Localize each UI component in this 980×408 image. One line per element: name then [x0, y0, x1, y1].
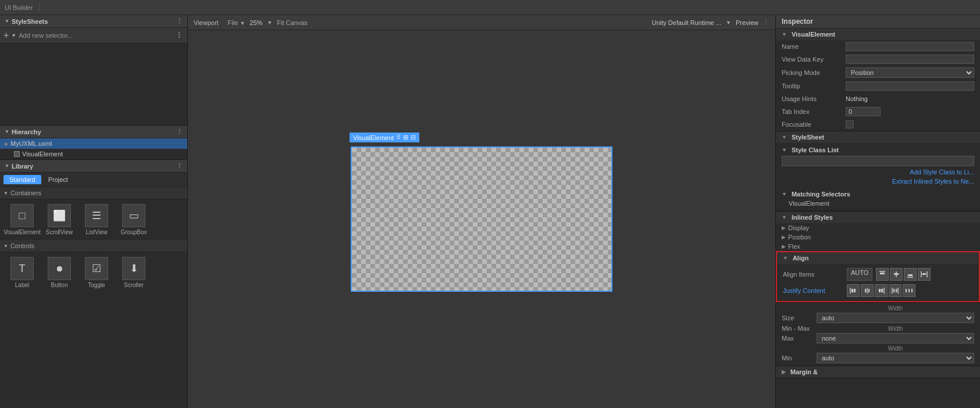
library-item-toggle[interactable]: ☑ Toggle: [79, 257, 114, 288]
add-icon[interactable]: +: [3, 30, 9, 41]
margin-arrow: ▶: [782, 369, 786, 375]
hierarchy-header: ▼ Hierarchy ⋮: [0, 126, 187, 138]
min-header-row: Width: [782, 345, 974, 352]
stylesheets-header: ▼ StyleSheets ⋮: [0, 15, 187, 28]
tab-index-input[interactable]: [846, 107, 881, 116]
scroller-icon: ⬇: [122, 257, 145, 280]
align-items-flex-end[interactable]: [904, 268, 917, 281]
size-label: Size: [782, 314, 817, 321]
svg-rect-16: [865, 289, 866, 292]
library-item-visual-element[interactable]: □ VisualElement: [5, 204, 40, 235]
margin-label: Margin &: [790, 368, 818, 375]
stylesheet-section: ▼ StyleSheet ▼ Style Class List Add Styl…: [776, 131, 980, 212]
hierarchy-menu[interactable]: ⋮: [176, 128, 183, 135]
hierarchy-item-visual-element[interactable]: VisualElement: [0, 149, 187, 159]
canvas-move-icon[interactable]: ⊞: [403, 134, 408, 141]
stylesheets-menu[interactable]: ⋮: [176, 17, 183, 25]
view-data-key-row: View Data Key: [776, 53, 980, 66]
flex-label: Flex: [788, 243, 800, 250]
align-items-buttons: AUTO: [847, 268, 931, 281]
preview-btn[interactable]: Preview: [736, 19, 758, 26]
justify-content-buttons: [847, 284, 915, 297]
library-item-scrollview[interactable]: ⬜ ScrollView: [42, 204, 77, 235]
controls-label: Controls: [10, 242, 34, 249]
align-section-header[interactable]: ▼ Align: [777, 252, 979, 264]
canvas-anchor-icon[interactable]: ⊟: [411, 134, 416, 141]
library-item-groupbox[interactable]: ▭ GroupBox: [116, 204, 151, 235]
hierarchy-title: Hierarchy: [12, 128, 41, 135]
flex-row[interactable]: ▶ Flex: [776, 242, 980, 251]
dropdown-arrow[interactable]: ▼: [11, 33, 16, 38]
zoom-dropdown[interactable]: ▼: [267, 20, 272, 26]
add-style-class-button[interactable]: Add Style Class to Li...: [782, 167, 974, 177]
justify-flex-end[interactable]: [875, 284, 888, 297]
justify-center[interactable]: [861, 284, 874, 297]
ss-arrow: ▼: [782, 134, 787, 140]
max-select[interactable]: none px: [817, 333, 974, 343]
svg-rect-13: [851, 289, 853, 292]
library-item-label[interactable]: T Label: [5, 257, 40, 288]
view-data-key-input[interactable]: [846, 55, 974, 64]
justify-flex-start[interactable]: [847, 284, 860, 297]
visual-element-section-header[interactable]: ▼ VisualElement: [776, 28, 980, 40]
viewport-toolbar: Viewport File ▼ 25% ▼ Fit Canvas Unity D…: [188, 15, 775, 30]
focusable-row: Focusable: [776, 118, 980, 131]
tooltip-label: Tooltip: [782, 83, 846, 90]
size-row: Size auto px %: [782, 313, 974, 323]
align-items-stretch[interactable]: [918, 268, 931, 281]
extract-inlined-styles-button[interactable]: Extract Inlined Styles to Ne...: [782, 177, 974, 186]
svg-rect-17: [868, 289, 869, 292]
scl-arrow: ▼: [782, 147, 787, 153]
justify-space-around[interactable]: [903, 284, 915, 297]
display-row[interactable]: ▶ Display: [776, 223, 980, 232]
justify-space-between[interactable]: [889, 284, 901, 297]
focusable-checkbox[interactable]: [846, 120, 854, 128]
containers-section-header[interactable]: ▼ Containers: [0, 187, 187, 199]
inlined-styles-header[interactable]: ▼ Inlined Styles: [776, 212, 980, 223]
library-title: Library: [12, 163, 33, 170]
position-row[interactable]: ▶ Position: [776, 232, 980, 242]
width-col-header3: Width: [817, 345, 974, 352]
library-menu[interactable]: ⋮: [176, 162, 183, 170]
align-section: ▼ Align Align Items AUTO: [776, 251, 980, 302]
align-items-center[interactable]: [890, 268, 903, 281]
containers-label: Containers: [10, 189, 41, 196]
center-split: Viewport File ▼ 25% ▼ Fit Canvas Unity D…: [188, 15, 775, 408]
uxml-triangle: ▶: [5, 141, 8, 146]
file-menu[interactable]: File ▼: [228, 19, 245, 26]
library-item-button[interactable]: ⏺ Button: [42, 257, 77, 288]
matching-selectors-area: ▼ Matching Selectors VisualElement: [776, 187, 980, 211]
selector-menu-btn[interactable]: [174, 30, 184, 41]
ss-section-label: StyleSheet: [792, 134, 824, 141]
runtime-dropdown[interactable]: ▼: [726, 20, 731, 26]
stylesheets-header-left: ▼ StyleSheets: [5, 18, 48, 25]
stylesheet-section-header[interactable]: ▼ StyleSheet: [776, 131, 980, 143]
align-items-flex-start[interactable]: [876, 268, 889, 281]
more-options[interactable]: ⋮: [763, 19, 769, 26]
position-label: Position: [788, 234, 811, 241]
tooltip-input[interactable]: [846, 81, 974, 91]
size-select[interactable]: auto px %: [817, 313, 974, 323]
svg-rect-11: [922, 273, 926, 275]
tab-standard[interactable]: Standard: [3, 175, 41, 184]
library-item-listview[interactable]: ☰ ListView: [79, 204, 114, 235]
svg-rect-20: [881, 289, 883, 292]
toggle-icon: ☑: [85, 257, 108, 280]
visual-element-lib-icon: □: [10, 204, 34, 227]
controls-section-header[interactable]: ▼ Controls: [0, 240, 187, 252]
hierarchy-item-uxml[interactable]: ▶ MyUXML.uxml: [0, 138, 187, 149]
library-item-scroller[interactable]: ⬇ Scroller: [116, 257, 151, 288]
canvas-drag-icon[interactable]: ⠿: [396, 134, 401, 141]
min-select[interactable]: auto px: [817, 353, 974, 363]
picking-mode-select[interactable]: Position Ignore: [846, 67, 974, 78]
style-class-input[interactable]: [782, 156, 974, 166]
align-items-auto[interactable]: AUTO: [847, 268, 872, 281]
name-input[interactable]: [846, 42, 974, 51]
flex-arrow: ▶: [782, 244, 786, 249]
tooltip-row: Tooltip: [776, 80, 980, 92]
library-triangle: ▼: [5, 163, 9, 169]
tab-project[interactable]: Project: [42, 175, 74, 184]
canvas-element[interactable]: [351, 146, 612, 292]
fit-canvas-btn[interactable]: Fit Canvas: [277, 19, 308, 26]
margin-section-header[interactable]: ▶ Margin &: [776, 366, 980, 378]
